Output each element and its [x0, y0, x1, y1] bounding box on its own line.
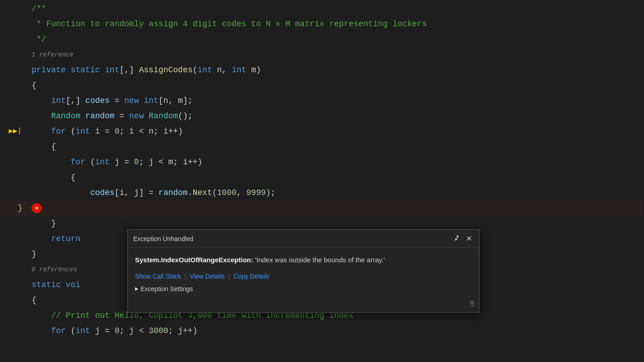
- code-content: for ( int j = 0 ; j < 3000 ; j++): [27, 323, 644, 339]
- code-token: (: [66, 124, 76, 139]
- code-line-random-decl: Random random = new Random ();: [0, 108, 644, 124]
- code-token: for: [51, 124, 65, 139]
- popup-title: Exception Unhandled: [133, 235, 193, 242]
- link-divider-2: |: [228, 273, 230, 280]
- code-token: 0: [115, 323, 120, 339]
- pin-icon: [453, 236, 459, 242]
- popup-body: System.IndexOutOfRangeException: 'Index …: [128, 248, 479, 298]
- code-token: (: [85, 154, 95, 170]
- code-token: Random: [149, 108, 178, 124]
- code-token: return: [51, 231, 80, 246]
- code-token: [139, 93, 144, 108]
- triangle-icon: ▶: [135, 286, 139, 291]
- code-token: 1000: [217, 185, 237, 200]
- code-token: m): [246, 62, 261, 78]
- code-content: ✕: [27, 203, 644, 213]
- code-line-brace-close: }: [0, 216, 644, 231]
- code-line-brace3: {: [0, 170, 644, 185]
- code-token: ; j++): [168, 323, 198, 339]
- popup-pin-button[interactable]: [451, 235, 461, 243]
- show-call-stack-button[interactable]: Show Call Stack: [135, 273, 181, 280]
- code-token: [32, 323, 51, 339]
- code-token: (: [66, 323, 76, 339]
- code-content: {: [27, 139, 644, 154]
- code-token: {: [32, 139, 56, 154]
- close-icon: ✕: [466, 234, 472, 243]
- code-content: int [,] codes = new int [n, m];: [27, 93, 644, 108]
- code-token: for: [51, 323, 65, 339]
- execution-arrow-icon: ▶▶|: [9, 124, 22, 139]
- grid-dots-icon: ⠿: [469, 300, 476, 309]
- code-token: int: [144, 93, 158, 108]
- code-token: [32, 231, 51, 246]
- code-token: int: [197, 62, 212, 78]
- code-token: static: [70, 62, 100, 78]
- code-line-method: private static int [,] AssignCodes ( int…: [0, 62, 644, 78]
- code-token: codes: [85, 93, 110, 108]
- code-content: private static int [,] AssignCodes ( int…: [27, 62, 644, 78]
- copy-details-button[interactable]: Copy Details: [233, 273, 269, 280]
- code-token: */: [32, 32, 46, 47]
- code-token: int: [51, 93, 65, 108]
- code-token: j =: [90, 323, 115, 339]
- code-line-3: */: [0, 32, 644, 47]
- code-token: =: [115, 108, 129, 124]
- code-token: [100, 62, 105, 78]
- code-line-brace-open: {: [0, 78, 644, 93]
- code-content: /**: [27, 1, 644, 16]
- code-token: 3000: [149, 323, 168, 339]
- code-content: 1 reference: [27, 47, 644, 62]
- exception-settings[interactable]: ▶ Exception Settings: [135, 285, 472, 292]
- code-token: /**: [32, 1, 46, 16]
- code-token: randomly assign 4 digit codes to N x M m…: [100, 16, 427, 32]
- code-token: int: [232, 62, 246, 78]
- code-token: );: [266, 185, 276, 200]
- code-token: 0: [115, 124, 120, 139]
- error-icon[interactable]: ✕: [32, 203, 42, 213]
- code-line-codes-decl: int [,] codes = new int [n, m];: [0, 93, 644, 108]
- code-token: [144, 108, 149, 124]
- code-token: (: [212, 185, 217, 200]
- code-content: Random random = new Random ();: [27, 108, 644, 124]
- code-line-2: * Function to randomly assign 4 digit co…: [0, 16, 644, 32]
- code-token: ; j < m; i++): [139, 154, 202, 170]
- code-content: codes [i, j] = random . Next ( 1000 , 99…: [27, 185, 644, 200]
- code-content: for ( int j = 0 ; j < m; i++): [27, 154, 644, 170]
- code-token: int: [75, 323, 90, 339]
- code-token: Random: [51, 108, 80, 124]
- code-token: private: [32, 62, 66, 78]
- exception-message: System.IndexOutOfRangeException: 'Index …: [135, 255, 472, 265]
- code-line-assign: codes [i, j] = random . Next ( 1000 , 99…: [0, 185, 644, 200]
- code-token: [32, 108, 51, 124]
- code-token: ; j <: [119, 323, 149, 339]
- popup-actions: ✕: [451, 233, 474, 244]
- code-token: codes: [90, 185, 115, 200]
- code-line-for-inner: for ( int j = 0 ; j < m; i++): [0, 154, 644, 170]
- reference-count: 1 reference: [32, 47, 73, 62]
- code-token: [32, 93, 51, 108]
- code-token: [32, 124, 51, 139]
- code-line-for-j: for ( int j = 0 ; j < 3000 ; j++): [0, 323, 644, 339]
- code-content: }: [27, 216, 644, 231]
- code-token: =: [110, 93, 124, 108]
- code-token: [32, 154, 70, 170]
- reference-count-2: 0 references: [32, 262, 77, 277]
- popup-footer: ⠿: [128, 298, 479, 312]
- code-token: 9999: [246, 185, 266, 200]
- code-line-ref: 1 reference: [0, 47, 644, 62]
- view-details-button[interactable]: View Details: [190, 273, 225, 280]
- code-token: ; i < n; i++): [119, 124, 182, 139]
- code-token-to: to: [90, 16, 100, 32]
- code-token: int: [105, 62, 119, 78]
- code-token: {: [32, 292, 37, 308]
- code-token: random: [85, 108, 115, 124]
- code-token: n,: [212, 62, 232, 78]
- bracket-indicator: }: [18, 200, 23, 216]
- popup-close-button[interactable]: ✕: [464, 233, 474, 244]
- code-token: [,]: [66, 93, 85, 108]
- code-token: ();: [178, 108, 192, 124]
- code-token: ,: [237, 185, 247, 200]
- code-token: [n, m];: [159, 93, 193, 108]
- code-token: * Function: [32, 16, 90, 32]
- code-token: [32, 185, 90, 200]
